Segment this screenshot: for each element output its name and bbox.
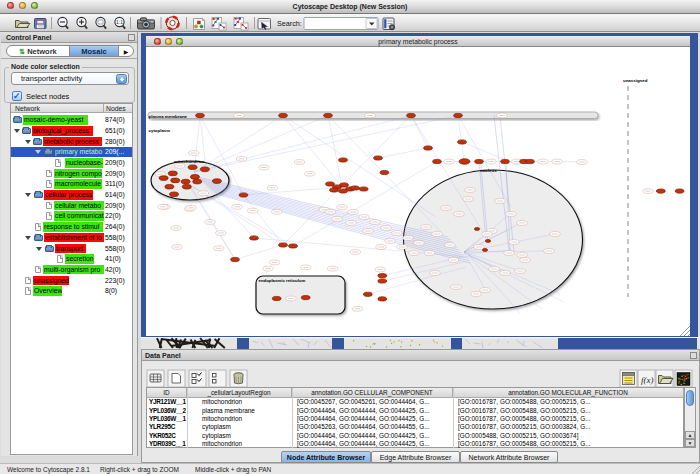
svg-text:plasma membrane: plasma membrane <box>149 114 188 119</box>
svg-text:endoplasmic reticulum: endoplasmic reticulum <box>259 278 306 283</box>
svg-text:mitochondrion: mitochondrion <box>174 159 205 164</box>
svg-text:Search:: Search: <box>277 19 302 28</box>
svg-text:nucleus: nucleus <box>480 168 497 173</box>
svg-text:unassigned: unassigned <box>623 78 648 83</box>
svg-text:cytoplasm: cytoplasm <box>149 128 171 133</box>
svg-text:f(x): f(x) <box>641 375 654 385</box>
svg-text:1:1: 1:1 <box>116 19 123 25</box>
